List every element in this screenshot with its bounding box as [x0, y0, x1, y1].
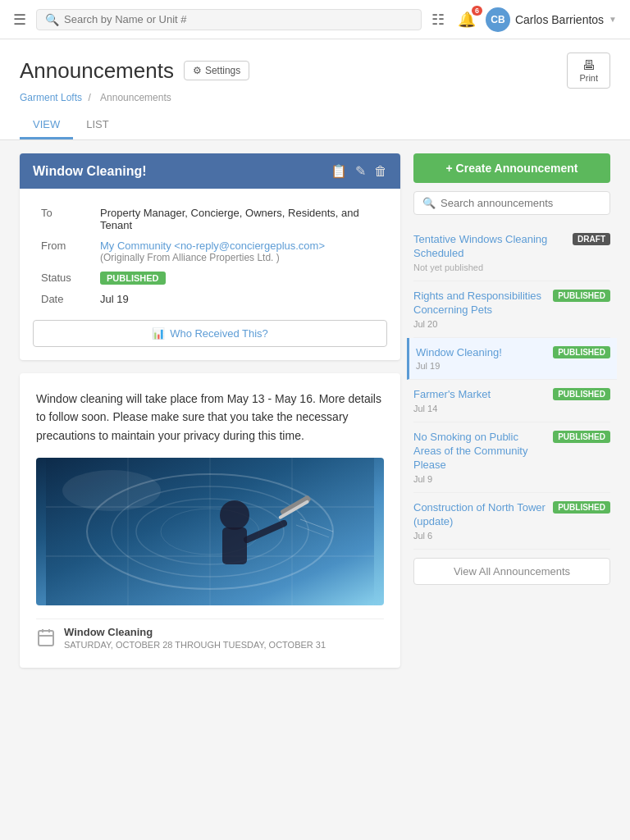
search-announcements-input[interactable]	[441, 197, 601, 209]
main-content: Window Cleaning! 📋 ✎ 🗑 To Property Manag…	[0, 140, 630, 840]
list-item[interactable]: Construction of North Tower (update) Jul…	[413, 493, 610, 550]
create-announcement-button[interactable]: + Create Announcement	[413, 153, 610, 183]
right-panel: + Create Announcement 🔍 Tentative Window…	[413, 153, 610, 836]
status-badge: PUBLISHED	[100, 272, 166, 285]
from-sub: (Originally From Alliance Properties Ltd…	[100, 252, 379, 263]
gear-icon: ⚙	[193, 65, 202, 76]
list-item-badge: PUBLISHED	[553, 501, 610, 514]
notification-badge: 6	[472, 6, 482, 16]
page-title: Announcements	[20, 58, 174, 84]
breadcrumb-current: Announcements	[100, 92, 171, 103]
list-item[interactable]: Rights and Responsibilities Concerning P…	[413, 281, 610, 338]
announcement-body: To Property Manager, Concierge, Owners, …	[20, 189, 400, 360]
list-item-badge: PUBLISHED	[553, 431, 610, 443]
list-item-title: Rights and Responsibilities Concerning P…	[413, 290, 546, 317]
list-item-date: Jul 9	[413, 474, 546, 484]
tab-list[interactable]: LIST	[73, 112, 121, 139]
date-label: Date	[34, 290, 92, 308]
event-date: SATURDAY, OCTOBER 28 THROUGH TUESDAY, OC…	[64, 640, 326, 650]
list-item-date: Jul 6	[413, 531, 546, 541]
avatar: CB	[486, 7, 510, 32]
announcements-list: Tentative Windows Cleaning Scheduled Not…	[413, 225, 610, 550]
global-search-input[interactable]	[64, 13, 413, 25]
global-search[interactable]: 🔍	[36, 9, 422, 30]
meta-status-row: Status PUBLISHED	[34, 268, 386, 288]
from-email: My Community <no-reply@conciergeplus.com…	[100, 240, 379, 252]
list-item[interactable]: No Smoking on Public Areas of the Commun…	[413, 422, 610, 493]
tab-view[interactable]: VIEW	[20, 112, 73, 139]
list-item-info: Rights and Responsibilities Concerning P…	[413, 290, 546, 329]
list-item-title: Farmer's Market	[413, 388, 546, 402]
calendar-icon	[36, 628, 56, 651]
to-label: To	[34, 203, 92, 235]
to-value: Property Manager, Concierge, Owners, Res…	[94, 203, 386, 235]
chart-icon: 📊	[152, 327, 165, 340]
announcement-header: Window Cleaning! 📋 ✎ 🗑	[20, 153, 400, 189]
event-footer: Window Cleaning SATURDAY, OCTOBER 28 THR…	[36, 619, 384, 651]
view-all-button[interactable]: View All Announcements	[413, 558, 610, 585]
list-item-badge: PUBLISHED	[553, 346, 610, 358]
delete-icon[interactable]: 🗑	[374, 164, 387, 179]
list-item[interactable]: Farmer's Market Jul 14 PUBLISHED	[413, 380, 610, 422]
header-actions: 📋 ✎ 🗑	[331, 163, 387, 179]
list-item-info: Tentative Windows Cleaning Scheduled Not…	[413, 233, 566, 272]
printer-icon: 🖶	[582, 58, 596, 73]
announcement-content-card: Window cleaning will take place from May…	[20, 373, 400, 668]
list-item-title: No Smoking on Public Areas of the Commun…	[413, 431, 546, 472]
list-item-info: Farmer's Market Jul 14	[413, 388, 546, 413]
breadcrumb: Garment Lofts / Announcements	[20, 92, 610, 103]
content-image	[36, 458, 384, 605]
user-name: Carlos Barrientos	[515, 13, 604, 26]
list-item-title: Window Cleaning!	[416, 346, 546, 360]
top-nav: ☰ 🔍 ☷ 🔔 6 CB Carlos Barrientos ▼	[0, 0, 630, 39]
chevron-down-icon: ▼	[609, 15, 617, 24]
page-tabs: VIEW LIST	[20, 112, 610, 139]
list-item-title: Tentative Windows Cleaning Scheduled	[413, 233, 566, 261]
svg-rect-12	[222, 527, 247, 564]
copy-icon[interactable]: 📋	[331, 163, 347, 179]
svg-point-18	[62, 470, 161, 511]
list-item-date: Jul 14	[413, 404, 546, 413]
list-item[interactable]: Window Cleaning! Jul 19 PUBLISHED	[407, 338, 617, 381]
list-item[interactable]: Tentative Windows Cleaning Scheduled Not…	[413, 225, 610, 281]
settings-button[interactable]: ⚙ Settings	[184, 61, 249, 80]
event-title: Window Cleaning	[64, 626, 326, 638]
print-button[interactable]: 🖶 Print	[567, 52, 610, 89]
breadcrumb-parent[interactable]: Garment Lofts	[20, 92, 82, 103]
who-received-button[interactable]: 📊 Who Received This?	[33, 320, 387, 347]
meta-from-row: From My Community <no-reply@conciergeplu…	[34, 236, 386, 267]
list-item-badge: PUBLISHED	[553, 290, 610, 302]
content-text: Window cleaning will take place from May…	[36, 390, 384, 445]
date-value: Jul 19	[94, 290, 386, 308]
svg-point-11	[220, 500, 249, 530]
meta-table: To Property Manager, Concierge, Owners, …	[33, 202, 387, 310]
list-item-info: No Smoking on Public Areas of the Commun…	[413, 431, 546, 484]
announcement-card: Window Cleaning! 📋 ✎ 🗑 To Property Manag…	[20, 153, 400, 360]
announcement-title: Window Cleaning!	[33, 164, 147, 179]
meta-to-row: To Property Manager, Concierge, Owners, …	[34, 203, 386, 235]
menu-icon[interactable]: ☰	[13, 11, 26, 29]
meta-date-row: Date Jul 19	[34, 290, 386, 308]
grid-icon[interactable]: ☷	[431, 11, 445, 29]
edit-icon[interactable]: ✎	[355, 163, 366, 179]
list-item-title: Construction of North Tower (update)	[413, 501, 546, 529]
list-item-sub: Not yet published	[413, 262, 566, 272]
search-announcements-box[interactable]: 🔍	[413, 191, 610, 215]
list-item-info: Window Cleaning! Jul 19	[416, 346, 546, 372]
nav-icons: ☷ 🔔 6	[431, 11, 476, 29]
list-item-date: Jul 19	[416, 361, 546, 371]
page-header: Announcements ⚙ Settings 🖶 Print Garment…	[0, 39, 630, 140]
left-panel: Window Cleaning! 📋 ✎ 🗑 To Property Manag…	[20, 153, 400, 836]
list-item-date: Jul 20	[413, 319, 546, 329]
list-item-badge: DRAFT	[573, 233, 610, 245]
list-item-info: Construction of North Tower (update) Jul…	[413, 501, 546, 541]
search-icon: 🔍	[45, 13, 59, 26]
list-item-badge: PUBLISHED	[553, 388, 610, 400]
status-label: Status	[34, 268, 92, 288]
user-menu[interactable]: CB Carlos Barrientos ▼	[486, 7, 617, 32]
svg-rect-19	[39, 631, 53, 646]
bell-icon[interactable]: 🔔 6	[458, 11, 476, 29]
from-label: From	[34, 236, 92, 267]
search-icon: 🔍	[422, 197, 436, 209]
